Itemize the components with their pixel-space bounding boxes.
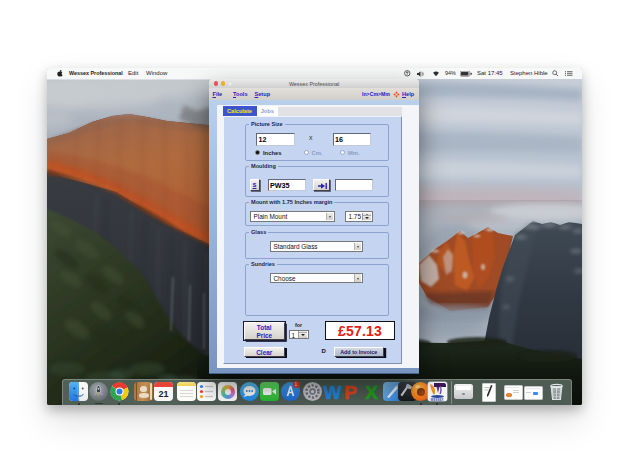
svg-text:X: X [365,382,378,401]
svg-text:P: P [344,382,357,401]
svg-text:W: W [323,382,341,401]
